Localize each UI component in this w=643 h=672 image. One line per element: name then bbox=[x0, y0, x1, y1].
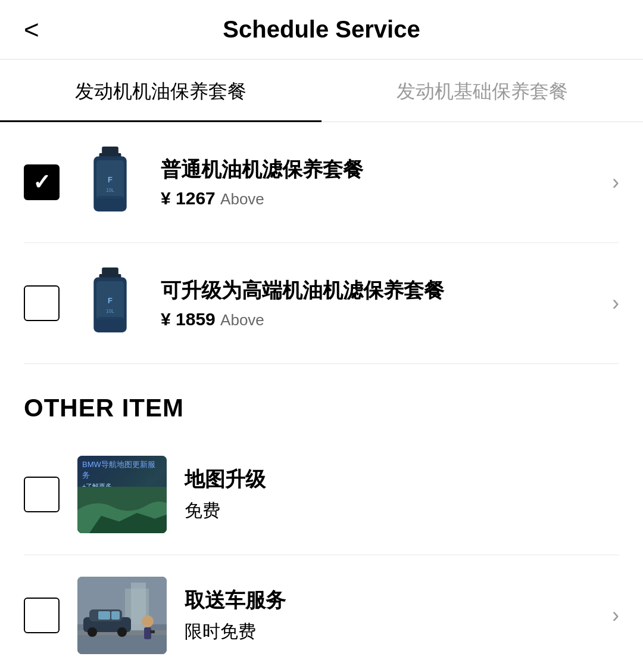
svg-text:F: F bbox=[108, 175, 113, 184]
tabs-container: 发动机机油保养套餐 发动机基础保养套餐 bbox=[0, 60, 643, 122]
other-section: OTHER ITEM BMW导航地图更新服务 +了解更多 bbox=[0, 364, 643, 672]
svg-text:F: F bbox=[108, 296, 113, 305]
other-section-title: OTHER ITEM bbox=[0, 364, 643, 434]
other-item-car[interactable]: 取送车服务 限时免费 › bbox=[24, 555, 619, 672]
checkbox-1[interactable] bbox=[24, 164, 60, 200]
item-price-2: ¥ 1859 Above bbox=[161, 309, 600, 329]
car-service-image bbox=[77, 577, 167, 654]
svg-rect-28 bbox=[150, 630, 155, 633]
svg-rect-13 bbox=[98, 317, 123, 321]
map-item-price: 免费 bbox=[185, 499, 619, 523]
item-image-2: F 10L bbox=[77, 265, 143, 342]
back-button[interactable]: < bbox=[24, 17, 39, 43]
svg-rect-6 bbox=[98, 196, 123, 200]
svg-rect-24 bbox=[98, 611, 110, 620]
car-item-price: 限时免费 bbox=[185, 620, 600, 644]
tab-engine-basic[interactable]: 发动机基础保养套餐 bbox=[322, 60, 643, 122]
checkbox-other-2[interactable] bbox=[24, 598, 60, 633]
svg-text:10L: 10L bbox=[106, 308, 114, 314]
chevron-icon-2: › bbox=[612, 291, 619, 316]
car-item-info: 取送车服务 限时免费 bbox=[185, 587, 600, 643]
svg-point-26 bbox=[142, 615, 154, 627]
chevron-icon-1: › bbox=[612, 170, 619, 195]
other-item-map[interactable]: BMW导航地图更新服务 +了解更多 地图升级 免费 bbox=[24, 434, 619, 555]
oil-bottle-icon-2: F 10L bbox=[83, 267, 137, 339]
map-upgrade-image: BMW导航地图更新服务 +了解更多 bbox=[77, 456, 167, 533]
header: < Schedule Service bbox=[0, 0, 643, 60]
car-item-name: 取送车服务 bbox=[185, 587, 600, 613]
svg-point-22 bbox=[88, 627, 97, 637]
map-item-name: 地图升级 bbox=[185, 466, 619, 492]
oil-bottle-icon: F 10L bbox=[83, 147, 137, 218]
service-item-1[interactable]: F 10L 普通机油机滤保养套餐 ¥ 1267 Above › bbox=[24, 122, 619, 243]
item-info-1: 普通机油机滤保养套餐 ¥ 1267 Above bbox=[161, 156, 600, 209]
chevron-icon-other-2: › bbox=[612, 603, 619, 628]
item-name-1: 普通机油机滤保养套餐 bbox=[161, 156, 600, 182]
service-list: F 10L 普通机油机滤保养套餐 ¥ 1267 Above › F 10L bbox=[0, 122, 643, 364]
svg-point-23 bbox=[117, 627, 127, 637]
item-price-1: ¥ 1267 Above bbox=[161, 188, 600, 209]
svg-text:10L: 10L bbox=[106, 187, 114, 193]
checkbox-2[interactable] bbox=[24, 285, 60, 321]
other-list: BMW导航地图更新服务 +了解更多 地图升级 免费 bbox=[0, 434, 643, 672]
service-item-2[interactable]: F 10L 可升级为高端机油机滤保养套餐 ¥ 1859 Above › bbox=[24, 243, 619, 364]
tab-engine-oil[interactable]: 发动机机油保养套餐 bbox=[0, 60, 322, 122]
checkbox-other-1[interactable] bbox=[24, 477, 60, 512]
page-title: Schedule Service bbox=[24, 16, 619, 43]
item-name-2: 可升级为高端机油机滤保养套餐 bbox=[161, 277, 600, 303]
svg-rect-25 bbox=[111, 611, 120, 620]
svg-rect-27 bbox=[144, 627, 151, 639]
map-item-info: 地图升级 免费 bbox=[185, 466, 619, 522]
item-image-1: F 10L bbox=[77, 144, 143, 221]
item-info-2: 可升级为高端机油机滤保养套餐 ¥ 1859 Above bbox=[161, 277, 600, 329]
